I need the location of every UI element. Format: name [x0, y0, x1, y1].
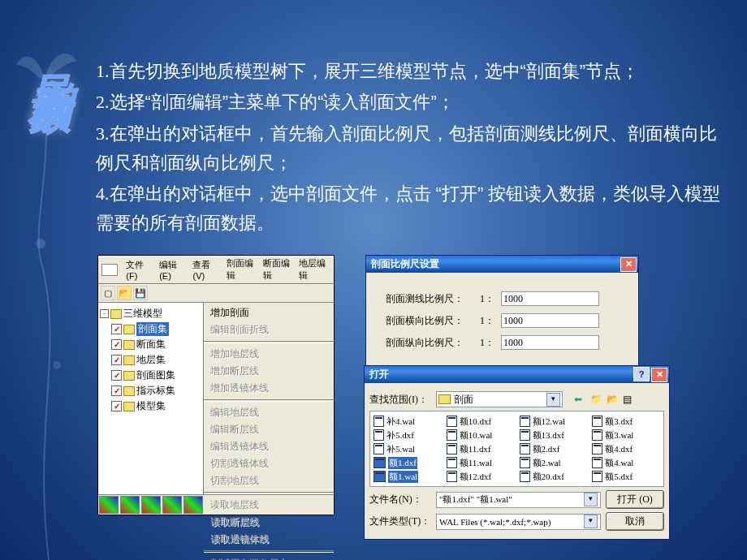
toolbar-open-icon[interactable]: 📂 [117, 286, 132, 300]
menu-item: 切割透镜体线 [204, 455, 334, 472]
checkbox-icon[interactable]: ✓ [111, 386, 122, 396]
menu-item[interactable]: 编辑 (E) [156, 259, 188, 281]
menu-item[interactable]: 断面编辑 [260, 257, 295, 282]
file-item[interactable]: 额2.dxf [520, 442, 588, 455]
back-icon[interactable]: ⬅ [574, 394, 586, 406]
file-icon [520, 457, 530, 468]
file-icon [374, 443, 384, 454]
tree-node[interactable]: ✓模型集 [100, 398, 201, 414]
file-item[interactable]: 额13.dxf [520, 429, 588, 442]
dropdown-icon[interactable]: ▾ [584, 493, 598, 506]
filename-label: 文件名(N)： [369, 493, 431, 506]
help-icon[interactable]: ? [633, 367, 650, 381]
filetype-combo[interactable]: WAL Files (*.wal;*.dxf;*.wap) ▾ [436, 514, 601, 530]
checkbox-icon[interactable]: ✓ [111, 324, 122, 334]
file-item[interactable]: 额20.dxf [520, 470, 588, 483]
file-item[interactable]: 额2.wal [520, 456, 588, 469]
file-item[interactable]: 额10.wal [447, 429, 515, 442]
scale-input[interactable] [501, 291, 599, 306]
menu-item[interactable]: 地层编辑 [296, 257, 330, 282]
toolbar-save-icon[interactable]: 💾 [133, 286, 148, 300]
folder-icon [123, 340, 135, 350]
dropdown-icon[interactable]: ▾ [584, 515, 598, 528]
menu-item[interactable]: 增加剖面 [204, 304, 334, 321]
close-icon[interactable]: ✕ [620, 257, 637, 272]
checkbox-icon[interactable]: ✓ [111, 355, 122, 365]
filename-input[interactable]: "额1.dxf" "额1.wal" ▾ [436, 492, 601, 508]
file-icon [592, 429, 602, 441]
file-item[interactable]: 额11.wal [447, 456, 515, 469]
tree-node[interactable]: ✓剖面集 [100, 321, 201, 337]
svg-point-1 [53, 361, 61, 369]
file-item[interactable]: 补5.wal [374, 442, 442, 455]
file-item[interactable]: 额3.wal [592, 429, 660, 442]
file-icon [520, 443, 530, 454]
tree-root[interactable]: − 三维模型 [100, 306, 201, 321]
tree-node[interactable]: ✓地层集 [100, 352, 201, 368]
tree-view[interactable]: − 三维模型 ✓剖面集✓断面集✓地层集✓剖面图集✓指示标集✓模型集 [98, 303, 203, 494]
side-title: 导入剖面数 [23, 41, 78, 65]
file-item[interactable]: 额12.dxf [447, 470, 515, 483]
menu-item: 切割地层线 [204, 472, 334, 489]
file-icon [520, 429, 530, 441]
menu-item[interactable]: 剖面编辑 [223, 257, 258, 282]
file-item[interactable]: 额1.wal [374, 470, 442, 483]
scale-prefix: 1： [470, 292, 494, 306]
scale-prefix: 1： [470, 314, 494, 328]
tree-node[interactable]: ✓断面集 [100, 337, 201, 352]
file-item[interactable]: 额5.dxf [592, 470, 660, 483]
menu-item: 增加透镜体线 [204, 380, 334, 397]
open-button[interactable]: 打开 (O) [606, 490, 664, 509]
context-menu: 增加剖面编辑剖面折线增加地层线增加断层线增加透镜体线编辑地层线编辑断层线编辑透镜… [203, 303, 334, 494]
scale-input[interactable] [501, 313, 599, 328]
dropdown-icon[interactable]: ▾ [546, 393, 560, 407]
menu-item: 编辑断层线 [204, 421, 334, 438]
file-item[interactable]: 额4.dxf [592, 442, 660, 455]
instruction-item: 1.首先切换到地质模型树下，展开三维模型节点，选中“剖面集”节点； [96, 57, 721, 86]
folder-icon [123, 402, 135, 411]
file-item[interactable]: 额3.dxf [592, 415, 660, 428]
open-dialog: 打开 ?✕ 查找范围(I)： 剖面 ▾ ⬅ 📁 📂 ▤ 补4.wal额10.dx… [364, 365, 670, 540]
file-item[interactable]: 额10.dxf [447, 415, 515, 428]
menu-separator [204, 550, 334, 553]
up-folder-icon[interactable]: 📁 [590, 394, 602, 406]
menu-item: 编辑剖面折线 [204, 321, 334, 338]
folder-icon [438, 394, 451, 404]
new-folder-icon[interactable]: 📂 [607, 394, 619, 406]
collapse-icon[interactable]: − [100, 309, 109, 318]
menu-item[interactable]: 文件 (F) [123, 259, 154, 281]
status-swatch [120, 496, 140, 514]
file-item[interactable]: 额12.wal [520, 415, 588, 428]
checkbox-icon[interactable]: ✓ [111, 401, 122, 411]
status-swatch [141, 496, 161, 514]
menu-separator [204, 492, 334, 494]
toolbar-new-icon[interactable]: ▢ [101, 286, 115, 300]
file-icon [520, 416, 530, 427]
app-icon [101, 264, 118, 276]
file-icon [592, 471, 602, 482]
file-item[interactable]: 额1.dxf [374, 456, 442, 469]
open-dialog-title: 打开 ?✕ [365, 366, 669, 383]
close-icon[interactable]: ✕ [651, 368, 667, 382]
tree-node[interactable]: ✓剖面图集 [100, 368, 201, 383]
scale-input[interactable] [501, 335, 599, 350]
folder-icon [123, 325, 135, 334]
menu-item: 编辑透镜体线 [204, 438, 334, 455]
svg-point-0 [36, 239, 45, 248]
file-icon [447, 457, 457, 468]
checkbox-icon[interactable]: ✓ [111, 370, 122, 381]
lookin-combo[interactable]: 剖面 ▾ [436, 391, 563, 407]
file-item[interactable]: 补4.wal [374, 415, 442, 428]
menu-item: 剖试层杂三角示交 [204, 555, 334, 560]
file-item[interactable]: 额4.wal [592, 456, 660, 469]
file-icon [592, 457, 602, 468]
file-list[interactable]: 补4.wal额10.dxf额12.wal额3.dxf补5.dxf额10.wal额… [369, 411, 664, 487]
file-item[interactable]: 补5.dxf [374, 429, 442, 442]
cancel-button[interactable]: 取消 [606, 512, 664, 531]
file-item[interactable]: 额11.dxf [447, 442, 515, 455]
checkbox-icon[interactable]: ✓ [111, 339, 122, 350]
scale-dialog-title: 剖面比例尺设置 ✕ [366, 256, 638, 273]
menu-item[interactable]: 查看 (V) [189, 259, 221, 281]
tree-node[interactable]: ✓指示标集 [100, 383, 201, 398]
view-menu-icon[interactable]: ▤ [623, 394, 635, 406]
